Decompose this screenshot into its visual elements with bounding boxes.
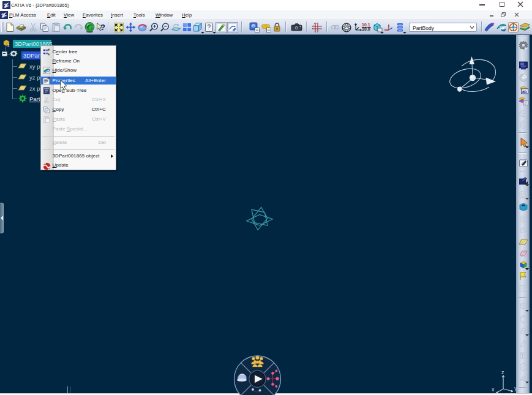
svg-text:?: ? [208,24,211,31]
svg-text:W: W [500,25,504,31]
svg-text:ab: ab [522,89,527,94]
svg-text:y: y [514,385,517,391]
svg-text:x: x [492,386,495,393]
svg-text:z: z [501,369,504,375]
